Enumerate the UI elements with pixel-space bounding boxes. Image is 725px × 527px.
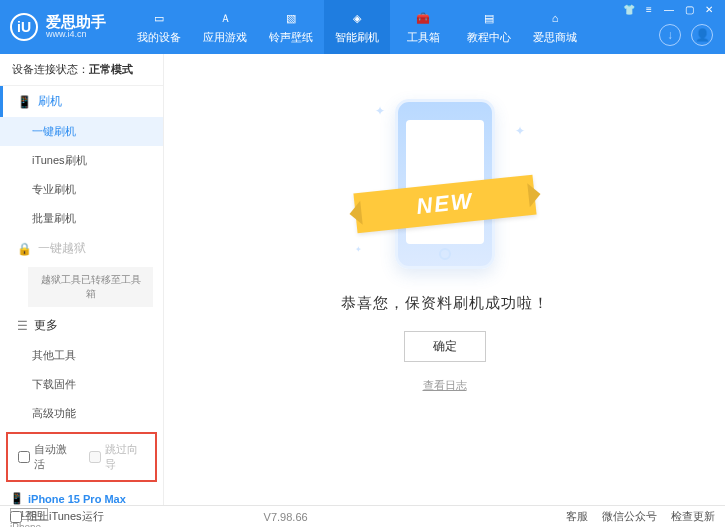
user-icon[interactable]: 👤 bbox=[691, 24, 713, 46]
phone-small-icon: 📱 bbox=[10, 492, 24, 505]
sidebar-item-oneclick-flash[interactable]: 一键刷机 bbox=[0, 117, 163, 146]
nav-apps[interactable]: Ａ应用游戏 bbox=[192, 0, 258, 54]
options-highlight-box: 自动激活 跳过向导 bbox=[6, 432, 157, 482]
toolbox-icon: 🧰 bbox=[414, 9, 432, 27]
sidebar-item-download-firmware[interactable]: 下载固件 bbox=[0, 370, 163, 399]
logo-icon: iU bbox=[10, 13, 38, 41]
nav-ringtones[interactable]: ▧铃声壁纸 bbox=[258, 0, 324, 54]
nav-store[interactable]: ⌂爱思商城 bbox=[522, 0, 588, 54]
nav-tutorials[interactable]: ▤教程中心 bbox=[456, 0, 522, 54]
menu-icon[interactable]: ≡ bbox=[641, 4, 657, 15]
sidebar-item-other-tools[interactable]: 其他工具 bbox=[0, 341, 163, 370]
tshirt-icon[interactable]: 👕 bbox=[621, 4, 637, 15]
nav-my-device[interactable]: ▭我的设备 bbox=[126, 0, 192, 54]
footer-link-support[interactable]: 客服 bbox=[566, 509, 588, 524]
success-message: 恭喜您，保资料刷机成功啦！ bbox=[341, 294, 549, 313]
ok-button[interactable]: 确定 bbox=[404, 331, 486, 362]
lock-icon: 🔒 bbox=[17, 242, 32, 256]
sidebar-item-batch-flash[interactable]: 批量刷机 bbox=[0, 204, 163, 233]
view-log-link[interactable]: 查看日志 bbox=[423, 378, 467, 393]
sidebar-item-itunes-flash[interactable]: iTunes刷机 bbox=[0, 146, 163, 175]
app-header: iU 爱思助手 www.i4.cn ▭我的设备 Ａ应用游戏 ▧铃声壁纸 ◈智能刷… bbox=[0, 0, 725, 54]
checkbox-block-itunes[interactable]: 阻止iTunes运行 bbox=[10, 509, 104, 524]
sidebar-item-pro-flash[interactable]: 专业刷机 bbox=[0, 175, 163, 204]
sidebar-section-flash[interactable]: 📱刷机 bbox=[0, 86, 163, 117]
sidebar-item-advanced[interactable]: 高级功能 bbox=[0, 399, 163, 428]
device-icon: ▭ bbox=[150, 9, 168, 27]
minimize-icon[interactable]: — bbox=[661, 4, 677, 15]
checkbox-skip-setup[interactable]: 跳过向导 bbox=[89, 442, 146, 472]
nav-toolbox[interactable]: 🧰工具箱 bbox=[390, 0, 456, 54]
sidebar: 设备连接状态：正常模式 📱刷机 一键刷机 iTunes刷机 专业刷机 批量刷机 … bbox=[0, 54, 164, 505]
phone-icon: 📱 bbox=[17, 95, 32, 109]
window-controls: 👕 ≡ — ▢ ✕ bbox=[621, 4, 717, 15]
top-nav: ▭我的设备 Ａ应用游戏 ▧铃声壁纸 ◈智能刷机 🧰工具箱 ▤教程中心 ⌂爱思商城 bbox=[126, 0, 588, 54]
store-icon: ⌂ bbox=[546, 9, 564, 27]
main-content: ✦ ✦ ✦ NEW 恭喜您，保资料刷机成功啦！ 确定 查看日志 bbox=[164, 54, 725, 505]
success-illustration: ✦ ✦ ✦ NEW bbox=[335, 94, 555, 274]
apps-icon: Ａ bbox=[216, 9, 234, 27]
wallpaper-icon: ▧ bbox=[282, 9, 300, 27]
version-label: V7.98.66 bbox=[264, 511, 308, 523]
book-icon: ▤ bbox=[480, 9, 498, 27]
sidebar-section-more[interactable]: ☰更多 bbox=[0, 310, 163, 341]
footer-link-wechat[interactable]: 微信公众号 bbox=[602, 509, 657, 524]
download-icon[interactable]: ↓ bbox=[659, 24, 681, 46]
sidebar-section-jailbreak: 🔒一键越狱 bbox=[0, 233, 163, 264]
footer-link-update[interactable]: 检查更新 bbox=[671, 509, 715, 524]
maximize-icon[interactable]: ▢ bbox=[681, 4, 697, 15]
app-name: 爱思助手 bbox=[46, 14, 106, 31]
device-name[interactable]: 📱iPhone 15 Pro Max bbox=[10, 492, 153, 505]
logo: iU 爱思助手 www.i4.cn bbox=[10, 13, 106, 41]
more-icon: ☰ bbox=[17, 319, 28, 333]
nav-flash[interactable]: ◈智能刷机 bbox=[324, 0, 390, 54]
sidebar-jailbreak-notice: 越狱工具已转移至工具箱 bbox=[28, 267, 153, 307]
flash-icon: ◈ bbox=[348, 9, 366, 27]
close-icon[interactable]: ✕ bbox=[701, 4, 717, 15]
connection-status: 设备连接状态：正常模式 bbox=[0, 54, 163, 86]
app-site: www.i4.cn bbox=[46, 30, 106, 40]
checkbox-auto-activate[interactable]: 自动激活 bbox=[18, 442, 75, 472]
